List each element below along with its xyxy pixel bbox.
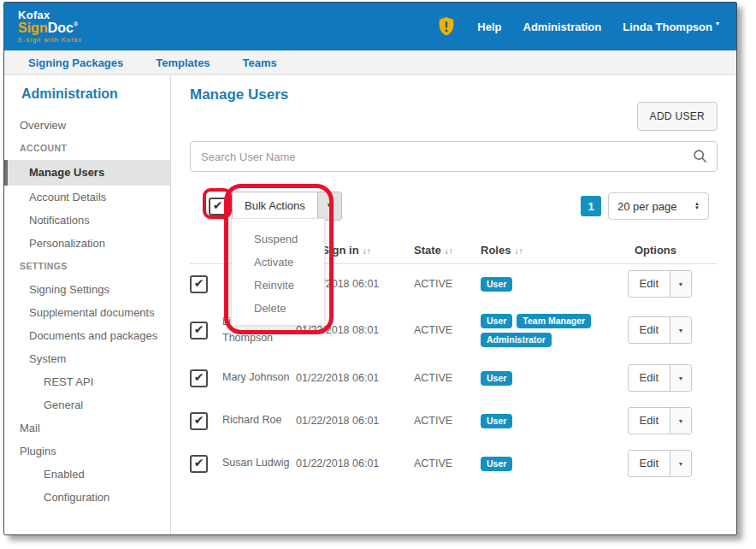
sidebar-item-overview[interactable]: Overview (4, 114, 170, 137)
add-user-button[interactable]: ADD USER (637, 102, 718, 131)
role-badge: User (481, 414, 512, 428)
bulk-menu-item-activate[interactable]: Activate (232, 251, 324, 274)
checkmark-icon: ✔ (213, 199, 223, 211)
select-all-checkbox[interactable]: ✔ (209, 198, 227, 215)
edit-button[interactable]: Edit (629, 451, 670, 476)
role-badge: User (481, 314, 512, 328)
last-sign-in-cell: 01/22/2018 06:01 (296, 372, 414, 384)
role-badge: Team Manager (517, 314, 591, 328)
sidebar-item-account: ACCOUNT (4, 137, 170, 160)
sidebar-item-signing-settings[interactable]: Signing Settings (4, 278, 170, 301)
user-menu[interactable]: Linda Thompson▾ (623, 20, 719, 33)
sidebar-item-account-details[interactable]: Account Details (4, 186, 170, 209)
caret-down-icon: ▼ (678, 328, 684, 334)
checkmark-icon: ✔ (194, 457, 204, 469)
sidebar-item-notifications[interactable]: Notifications (4, 209, 170, 232)
row-checkbox[interactable]: ✔ (190, 369, 208, 387)
administration-link[interactable]: Administration (523, 21, 602, 33)
bulk-actions-button[interactable]: Bulk Actions ▼ (232, 192, 342, 221)
sidebar: Administration OverviewACCOUNTManage Use… (4, 75, 171, 534)
edit-split-button: Edit ▼ (628, 407, 692, 434)
sidebar-item-rest-api[interactable]: REST API (4, 370, 170, 393)
role-badge: User (481, 371, 512, 386)
bulk-menu-item-reinvite[interactable]: Reinvite (232, 274, 324, 297)
table-row: ✔ Mary Johnson 01/22/2018 06:01 ACTIVE U… (190, 357, 718, 399)
sidebar-item-configuration[interactable]: Configuration (4, 486, 170, 509)
roles-cell: User (481, 277, 628, 292)
sidebar-item-plugins[interactable]: Plugins (4, 440, 170, 463)
role-badge: User (481, 457, 512, 471)
search-input[interactable] (190, 141, 718, 172)
main-content: Manage Users ADD USER ✔ Bulk Actions (171, 75, 736, 534)
search-bar (190, 141, 718, 172)
top-bar: Kofax SignDoc® E-sign with Kofax Help Ad… (4, 3, 736, 50)
sidebar-item-enabled[interactable]: Enabled (4, 463, 170, 486)
state-cell: ACTIVE (414, 458, 481, 469)
row-checkbox[interactable]: ✔ (190, 455, 208, 473)
edit-button[interactable]: Edit (629, 408, 670, 434)
sidebar-item-system[interactable]: System (4, 347, 170, 370)
user-name-cell: Mary Johnson (222, 369, 296, 386)
edit-button[interactable]: Edit (629, 271, 670, 297)
row-checkbox[interactable]: ✔ (190, 275, 208, 293)
edit-dropdown-button[interactable]: ▼ (670, 271, 691, 297)
search-icon[interactable] (693, 149, 707, 167)
warning-shield-icon[interactable] (437, 16, 456, 37)
role-badge: User (481, 277, 512, 292)
table-row: ✔ Susan Ludwig 01/22/2018 06:01 ACTIVE U… (190, 442, 718, 485)
logo-tagline: E-sign with Kofax (18, 37, 82, 44)
nav-teams[interactable]: Teams (243, 56, 277, 69)
kofax-signdoc-logo: Kofax SignDoc® E-sign with Kofax (18, 9, 82, 43)
page-body: Administration OverviewACCOUNTManage Use… (4, 75, 736, 534)
roles-cell: User (481, 371, 628, 386)
edit-split-button: Edit ▼ (628, 316, 692, 344)
edit-dropdown-button[interactable]: ▼ (670, 451, 691, 476)
checkmark-icon: ✔ (194, 323, 204, 335)
sidebar-item-supplemental-documents[interactable]: Supplemental documents (4, 301, 170, 324)
app-window: Kofax SignDoc® E-sign with Kofax Help Ad… (3, 2, 737, 535)
per-page-value: 20 per page (617, 200, 676, 213)
nav-templates[interactable]: Templates (156, 56, 210, 69)
bulk-menu-item-suspend[interactable]: Suspend (232, 227, 324, 251)
state-cell: ACTIVE (414, 415, 481, 427)
chevron-down-icon: ▾ (716, 20, 719, 27)
last-sign-in-cell: 01/22/2018 06:01 (296, 415, 414, 427)
row-checkbox[interactable]: ✔ (190, 412, 208, 430)
user-name-cell: Richard Roe (222, 412, 296, 428)
bulk-menu-item-delete[interactable]: Delete (232, 297, 324, 320)
pagination: 1 20 per page ▲▼ (581, 192, 709, 220)
per-page-select[interactable]: 20 per page ▲▼ (608, 192, 709, 220)
bulk-actions-label: Bulk Actions (233, 192, 317, 220)
column-header-state[interactable]: State↓↑ (414, 244, 481, 257)
nav-signing-packages[interactable]: Signing Packages (28, 56, 123, 69)
logo-signdoc-text: SignDoc® (18, 21, 82, 36)
column-header-roles[interactable]: Roles↓↑ (481, 244, 635, 257)
edit-dropdown-button[interactable]: ▼ (670, 317, 691, 343)
edit-split-button: Edit ▼ (628, 364, 692, 392)
sidebar-item-documents-and-packages[interactable]: Documents and packages (4, 324, 170, 347)
state-cell: ACTIVE (414, 372, 481, 384)
edit-button[interactable]: Edit (629, 317, 670, 343)
caret-down-icon: ▼ (678, 418, 684, 424)
role-badge: Administrator (481, 333, 552, 347)
edit-dropdown-button[interactable]: ▼ (670, 365, 691, 391)
sidebar-item-manage-users[interactable]: Manage Users (4, 160, 170, 186)
checkmark-icon: ✔ (194, 414, 204, 426)
sidebar-item-general[interactable]: General (4, 393, 170, 416)
last-sign-in-cell: 01/22/2018 06:01 (296, 458, 414, 469)
sidebar-title: Administration (21, 86, 170, 102)
edit-button[interactable]: Edit (629, 365, 670, 391)
sort-icon: ↓↑ (445, 246, 453, 256)
roles-cell: User (481, 457, 628, 471)
table-toolbar: ✔ Bulk Actions ▼ 1 20 per page ▲▼ (190, 191, 718, 221)
row-checkbox[interactable]: ✔ (190, 322, 208, 339)
main-nav: Signing PackagesTemplatesTeams (4, 50, 736, 75)
sidebar-item-mail[interactable]: Mail (4, 416, 170, 440)
page-number-button[interactable]: 1 (581, 196, 601, 216)
bulk-actions-dropdown-toggle[interactable]: ▼ (317, 192, 341, 220)
roles-cell: User (481, 414, 628, 428)
help-link[interactable]: Help (477, 21, 501, 33)
sidebar-item-personalization[interactable]: Personalization (4, 232, 170, 255)
edit-dropdown-button[interactable]: ▼ (670, 408, 691, 434)
user-name: Linda Thompson (623, 21, 712, 33)
